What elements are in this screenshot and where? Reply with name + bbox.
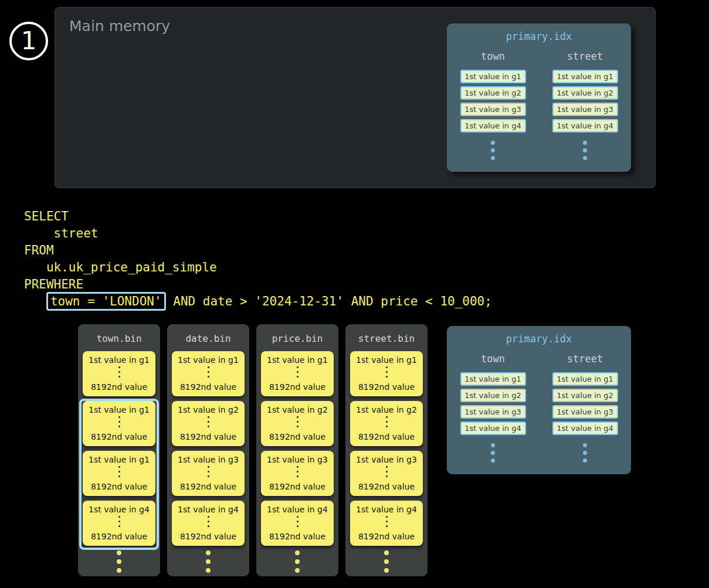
- bin-file-street: street.bin 1st value in g1 8192nd value …: [345, 324, 428, 576]
- step-badge: 1: [9, 22, 48, 60]
- sql-line-street: street: [24, 225, 492, 242]
- granule-last-value: 8192nd value: [358, 382, 415, 392]
- granule-block: 1st value in g1 8192nd value: [83, 351, 155, 396]
- sql-line-from: FROM: [24, 242, 492, 259]
- index-column-name: town: [481, 353, 505, 365]
- granule-first-value: 1st value in g3: [356, 455, 417, 464]
- index-column-street: street 1st value in g1 1st value in g2 1…: [539, 353, 631, 466]
- primary-idx-disk-box: primary.idx town 1st value in g1 1st val…: [447, 326, 631, 474]
- ellipsis-icon: [118, 416, 120, 430]
- granule-block: 1st value in g4 8192nd value: [83, 501, 155, 546]
- clickhouse-prewhere-diagram: 1 Main memory primary.idx town 1st value…: [0, 0, 709, 588]
- granule-last-value: 8192nd value: [269, 382, 325, 392]
- granule-last-value: 8192nd value: [180, 532, 236, 541]
- primary-idx-title: primary.idx: [447, 326, 631, 345]
- granule-block: 1st value in g1 8192nd value: [261, 351, 334, 396]
- sql-line-select: SELECT: [24, 208, 492, 225]
- main-memory-title: Main memory: [69, 18, 170, 35]
- index-entry-chip: 1st value in g2: [460, 86, 526, 100]
- sql-line-prewhere: PREWHERE: [24, 276, 492, 293]
- index-entry-chip: 1st value in g3: [552, 405, 618, 419]
- index-column-name: street: [567, 353, 603, 365]
- sql-indent: [24, 294, 46, 308]
- bin-file-title: street.bin: [345, 324, 428, 351]
- index-entry-chip: 1st value in g1: [552, 372, 618, 386]
- granule-first-value: 1st value in g3: [267, 455, 328, 464]
- index-entry-chip: 1st value in g3: [460, 103, 526, 116]
- granule-block: 1st value in g1 8192nd value: [83, 451, 155, 496]
- granule-block: 1st value in g1 8192nd value: [172, 351, 245, 396]
- granule-block: 1st value in g2 8192nd value: [172, 401, 245, 446]
- index-entry-chip: 1st value in g2: [552, 389, 618, 402]
- ellipsis-icon: [78, 550, 160, 573]
- granule-first-value: 1st value in g4: [178, 505, 239, 514]
- bin-file-title: date.bin: [167, 324, 249, 351]
- index-entry-chip: 1st value in g1: [460, 70, 526, 83]
- granule-block: 1st value in g1 8192nd value: [83, 401, 155, 446]
- granule-last-value: 8192nd value: [269, 532, 325, 541]
- ellipsis-icon: [208, 366, 209, 380]
- index-entry-chip: 1st value in g3: [552, 103, 618, 116]
- ellipsis-icon: [297, 416, 298, 430]
- granule-last-value: 8192nd value: [91, 482, 147, 491]
- granule-block: 1st value in g2 8192nd value: [261, 401, 334, 446]
- ellipsis-icon: [297, 466, 298, 480]
- ellipsis-icon: [208, 416, 209, 430]
- primary-idx-columns: town 1st value in g1 1st value in g2 1st…: [447, 50, 631, 164]
- granule-first-value: 1st value in g2: [178, 405, 239, 414]
- index-entry-chip: 1st value in g3: [460, 405, 526, 419]
- bin-file-date: date.bin 1st value in g1 8192nd value 1s…: [167, 324, 249, 576]
- granule-last-value: 8192nd value: [91, 532, 147, 541]
- granule-last-value: 8192nd value: [180, 482, 236, 491]
- granule-block: 1st value in g1 8192nd value: [350, 351, 423, 396]
- granule-first-value: 1st value in g4: [89, 505, 150, 514]
- granule-block: 1st value in g3 8192nd value: [350, 451, 423, 496]
- granule-block: 1st value in g4 8192nd value: [172, 501, 245, 546]
- granule-first-value: 1st value in g2: [267, 405, 328, 414]
- bin-file-price: price.bin 1st value in g1 8192nd value 1…: [256, 324, 338, 576]
- granule-first-value: 1st value in g1: [178, 355, 239, 365]
- index-entry-chip: 1st value in g4: [552, 422, 618, 435]
- primary-idx-title: primary.idx: [447, 23, 631, 42]
- granule-last-value: 8192nd value: [358, 482, 415, 491]
- granule-block: 1st value in g4 8192nd value: [350, 501, 423, 546]
- granule-last-value: 8192nd value: [180, 432, 236, 441]
- ellipsis-icon: [386, 516, 388, 530]
- granule-last-value: 8192nd value: [358, 432, 415, 441]
- granule-block: 1st value in g4 8192nd value: [261, 501, 334, 546]
- index-entry-chip: 1st value in g4: [552, 119, 618, 132]
- ellipsis-icon: [583, 141, 587, 164]
- granule-block: 1st value in g3 8192nd value: [172, 451, 245, 496]
- ellipsis-icon: [491, 443, 495, 466]
- index-entry-chip: 1st value in g1: [552, 70, 618, 83]
- ellipsis-icon: [583, 443, 587, 466]
- index-entry-chip: 1st value in g4: [460, 422, 526, 435]
- ellipsis-icon: [167, 550, 249, 573]
- sql-condition-rest: AND date > '2024-12-31' AND price < 10_0…: [166, 294, 492, 308]
- granule-first-value: 1st value in g3: [178, 455, 239, 464]
- granule-first-value: 1st value in g2: [356, 405, 417, 414]
- granule-last-value: 8192nd value: [91, 382, 147, 392]
- index-column-town: town 1st value in g1 1st value in g2 1st…: [447, 50, 539, 164]
- ellipsis-icon: [297, 516, 298, 530]
- ellipsis-icon: [386, 416, 388, 430]
- prewhere-highlight-box: town = 'LONDON': [46, 292, 166, 311]
- sql-query: SELECT street FROM uk.uk_price_paid_simp…: [24, 208, 492, 310]
- granule-last-value: 8192nd value: [180, 382, 236, 392]
- granule-first-value: 1st value in g1: [356, 355, 417, 365]
- ellipsis-icon: [208, 466, 209, 480]
- ellipsis-icon: [386, 366, 388, 380]
- bin-file-title: town.bin: [78, 324, 160, 351]
- index-entry-chip: 1st value in g1: [460, 372, 526, 386]
- index-entry-chip: 1st value in g2: [460, 389, 526, 402]
- granule-first-value: 1st value in g1: [89, 355, 150, 365]
- index-column-name: street: [567, 50, 603, 62]
- bin-file-title: price.bin: [256, 324, 338, 351]
- bin-file-town: town.bin 1st value in g1 8192nd value 1s…: [78, 324, 160, 576]
- granule-first-value: 1st value in g4: [267, 505, 328, 514]
- granule-last-value: 8192nd value: [358, 532, 415, 541]
- ellipsis-icon: [256, 550, 338, 573]
- granule-first-value: 1st value in g1: [267, 355, 328, 365]
- granule-last-value: 8192nd value: [269, 432, 325, 441]
- step-number: 1: [21, 29, 37, 53]
